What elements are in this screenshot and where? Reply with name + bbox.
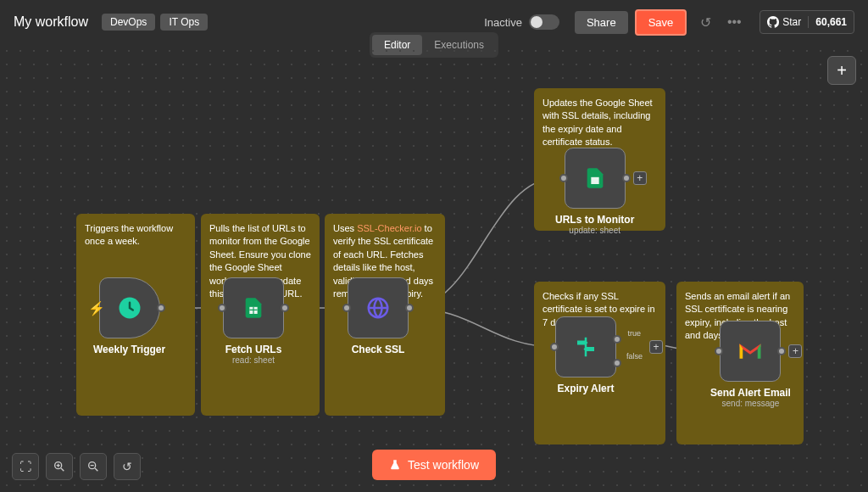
sheets-icon bbox=[583, 166, 607, 190]
github-icon bbox=[767, 16, 779, 28]
inactive-label: Inactive bbox=[484, 16, 522, 29]
node-weekly-trigger[interactable]: ⚡ Weekly Trigger bbox=[93, 277, 165, 355]
canvas-controls: ⛶ ↺ bbox=[12, 453, 141, 480]
ssl-link[interactable]: SSL-Checker.io bbox=[357, 223, 421, 233]
workflow-title[interactable]: My workflow bbox=[14, 14, 88, 30]
share-button[interactable]: Share bbox=[575, 11, 628, 34]
signpost-icon bbox=[573, 334, 598, 360]
zoom-out-button[interactable] bbox=[80, 453, 107, 480]
reset-button[interactable]: ↺ bbox=[114, 453, 141, 480]
zoom-out-icon bbox=[86, 460, 100, 473]
sheets-icon bbox=[242, 296, 265, 320]
flask-icon bbox=[389, 459, 401, 471]
globe-icon bbox=[365, 295, 391, 321]
bolt-icon: ⚡ bbox=[88, 300, 105, 316]
save-button[interactable]: Save bbox=[635, 9, 687, 36]
star-count: 60,661 bbox=[808, 16, 854, 28]
node-expiry-alert[interactable]: true false + Expiry Alert bbox=[555, 316, 616, 394]
canvas[interactable]: Triggers the workflow once a week. Pulls… bbox=[0, 44, 868, 492]
active-toggle[interactable] bbox=[529, 14, 559, 30]
test-workflow-button[interactable]: Test workflow bbox=[372, 450, 496, 480]
add-port-icon[interactable]: + bbox=[788, 344, 802, 358]
add-node-button[interactable]: + bbox=[827, 56, 856, 85]
zoom-in-button[interactable] bbox=[46, 453, 73, 480]
history-icon[interactable]: ↺ bbox=[693, 10, 717, 34]
add-port-icon[interactable]: + bbox=[633, 171, 647, 185]
node-fetch-urls[interactable]: Fetch URLs read: sheet bbox=[223, 277, 284, 365]
tag-devops[interactable]: DevOps bbox=[102, 14, 155, 31]
tag-itops[interactable]: IT Ops bbox=[160, 14, 208, 31]
add-port-icon[interactable]: + bbox=[649, 340, 663, 354]
gmail-icon bbox=[737, 341, 763, 361]
zoom-in-icon bbox=[53, 460, 66, 473]
github-star[interactable]: Star 60,661 bbox=[760, 10, 854, 34]
clock-icon bbox=[117, 295, 142, 321]
more-icon[interactable]: ••• bbox=[722, 10, 746, 34]
node-send-email[interactable]: + Send Alert Email send: message bbox=[710, 321, 791, 408]
fit-view-button[interactable]: ⛶ bbox=[12, 453, 39, 480]
node-check-ssl[interactable]: Check SSL bbox=[348, 277, 409, 355]
node-urls-monitor[interactable]: + URLs to Monitor update: sheet bbox=[555, 148, 634, 235]
